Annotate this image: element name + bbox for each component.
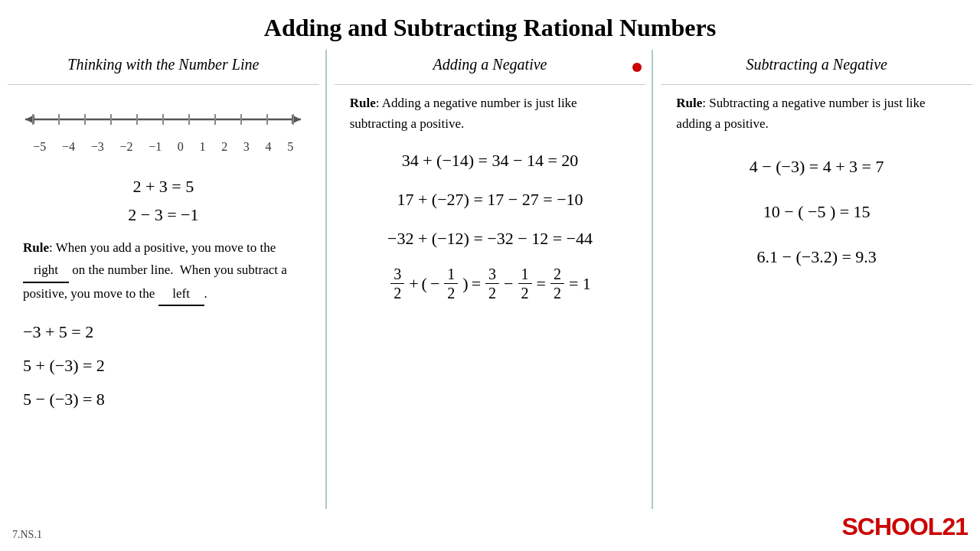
right-rule-block: Rule: Subtracting a negative number is j… [676, 93, 957, 134]
left-equations: 2 + 3 = 5 2 − 3 = −1 [23, 172, 304, 230]
footer: 7.NS.1 SCHOOL21 [0, 509, 980, 547]
middle-ex1: 34 + (−14) = 34 − 14 = 20 [350, 148, 631, 173]
frac-3-2-b: 3 2 [485, 265, 499, 302]
middle-ex3: −32 + (−12) = −32 − 12 = −44 [350, 226, 631, 251]
left-eq1: 2 + 3 = 5 [23, 172, 304, 201]
right-col-body: Rule: Subtracting a negative number is j… [661, 85, 972, 297]
middle-column: Adding a Negative Rule: Adding a negativ… [327, 50, 654, 509]
left-rule-text: Rule: When you add a positive, you move … [23, 237, 304, 307]
frac-1-2-b: 1 2 [518, 265, 532, 302]
bottom-equations: −3 + 5 = 2 5 + (−3) = 2 5 − (−3) = 8 [23, 315, 304, 416]
middle-rule-text: : Adding a negative number is just like … [350, 96, 577, 131]
rule-bold: Rule [23, 240, 49, 255]
bottom-eq1: −3 + 5 = 2 [23, 315, 304, 349]
bottom-eq2: 5 + (−3) = 2 [23, 349, 304, 383]
school-text: SCHOOL [842, 513, 942, 540]
right-blank: right [23, 259, 69, 283]
columns-wrapper: Thinking with the Number Line [0, 50, 980, 509]
middle-ex2: 17 + (−27) = 17 − 27 = −10 [350, 187, 631, 212]
right-column: Subtracting a Negative Rule: Subtracting… [653, 50, 980, 509]
right-ex1: 4 − (−3) = 4 + 3 = 7 [676, 154, 957, 179]
bottom-eq3: 5 − (−3) = 8 [23, 383, 304, 416]
right-rule-bold: Rule [676, 96, 702, 110]
right-rule-text: : Subtracting a negative number is just … [676, 96, 925, 131]
frac-3-2: 3 2 [390, 265, 404, 302]
school21-logo: SCHOOL21 [842, 513, 968, 541]
left-eq2: 2 − 3 = −1 [23, 201, 304, 229]
middle-rule-bold: Rule [350, 96, 376, 110]
left-blank: left [158, 283, 204, 307]
middle-rule-block: Rule: Adding a negative number is just l… [350, 93, 631, 134]
left-col-header: Thinking with the Number Line [8, 50, 319, 85]
frac-1-2-neg: 1 2 [444, 265, 458, 302]
middle-col-header: Adding a Negative [335, 50, 646, 85]
middle-col-body: Rule: Adding a negative number is just l… [335, 85, 646, 324]
logo-number: 21 [942, 513, 968, 540]
standard-label: 7.NS.1 [12, 529, 42, 541]
middle-ex4-fraction: 3 2 + ( − 1 2 ) = 3 2 − 1 2 [350, 265, 631, 302]
right-ex3: 6.1 − (−3.2) = 9.3 [676, 244, 957, 269]
left-col-body: 2 + 3 = 5 2 − 3 = −1 Rule: When you add … [8, 161, 319, 421]
number-line-labels: −5 −4 −3 −2 −1 0 1 2 3 4 5 [33, 140, 293, 154]
right-col-header: Subtracting a Negative [661, 50, 972, 85]
left-column: Thinking with the Number Line [0, 50, 327, 509]
number-line-container: −5 −4 −3 −2 −1 0 1 2 3 4 5 [8, 85, 319, 161]
number-line-svg [18, 100, 309, 139]
right-ex2: 10 − ( −5 ) = 15 [676, 199, 957, 224]
page-title: Adding and Subtracting Rational Numbers [0, 0, 980, 50]
frac-2-2: 2 2 [550, 265, 564, 302]
